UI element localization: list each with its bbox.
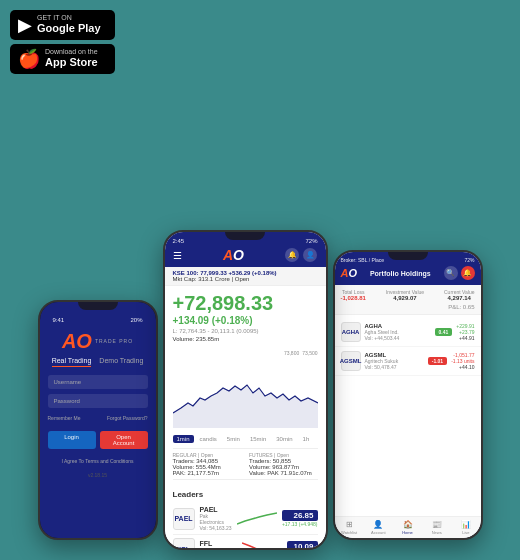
ao-text: A [62,330,76,352]
get-it-on-label: GET IT ON [37,14,101,21]
tab-15min[interactable]: 15min [246,435,270,443]
right-status-battery: 72% [464,257,474,263]
total-loss-stat: Total Loss -1,028.81 [341,289,366,301]
tab-candis[interactable]: candis [196,435,221,443]
agsml-logo: AGSML [341,351,361,371]
right-header-icons: 🔍 🔔 [444,266,475,280]
tab-real-trading[interactable]: Real Trading [52,357,92,367]
right-nav-bar: AO Portfolio Holdings 🔍 🔔 [341,266,475,280]
tab-30min[interactable]: 30min [272,435,296,443]
right-nav-news[interactable]: 📰 News [422,520,451,535]
phones-container: 9:41 20% AO TRADE PRO Real Trading Demo … [10,230,510,560]
futures-info: REGULAR | Open Traders: 344,085 Volume: … [173,448,318,480]
right-nav-live[interactable]: 📊 Live [451,520,480,535]
agha-qty: +44.91 [456,335,474,341]
username-field[interactable]: Username [48,375,148,389]
remember-me-label[interactable]: Remember Me [48,415,81,421]
right-phone-screen: Broker: SBL / Place 72% AO Portfolio Hol… [335,252,481,538]
tab-1min[interactable]: 1min [173,435,194,443]
ffl-price[interactable]: 10.09 -6.20 (-2.940) [287,541,317,549]
price-section: +72,898.33 +134.09 (+0.18%) L: 72,764.35… [165,286,326,346]
total-loss-value: -1,028.81 [341,295,366,301]
portfolio-stats: Total Loss -1,028.81 Investment Value 4,… [341,289,475,301]
price-low-info: L: 72,764.35 - 20,113.1 (0.0095) [173,328,318,334]
right-search-icon[interactable]: 🔍 [444,266,458,280]
price-chart [173,358,318,428]
trade-pro-label: TRADE PRO [95,338,133,344]
status-battery-left: 20% [130,317,142,323]
leaders-title: Leaders [173,490,318,499]
right-account-icon: 👤 [373,520,383,529]
status-bar-left: 9:41 20% [48,317,148,323]
right-account-label: Account [371,530,385,535]
chart-time-tabs: 1min candis 5min 15min 30min 1h [173,432,318,446]
google-play-badge[interactable]: ▶ GET IT ON Google Play [10,10,115,40]
right-bottom-nav: ⊞ Watchlist 👤 Account 🏠 Home 📰 News 📊 [335,516,481,538]
agsml-qty: +44.10 [451,364,474,370]
futures-col: FUTURES | Open Traders: 50,855 Volume: 9… [249,452,318,476]
agha-vol: Vol: +44,503.44 [365,335,431,341]
app-store-text: Download on the App Store [45,48,98,69]
notification-icon[interactable]: 🔔 [285,248,299,262]
agha-info: AGHA Agha Steel Ind. Vol: +44,503.44 [365,323,431,341]
logo-area-left: AO TRADE PRO [62,331,133,351]
pael-sub: Pak Electronics [200,513,232,525]
right-nav-home[interactable]: 🏠 Home [393,520,422,535]
right-nav-account[interactable]: 👤 Account [364,520,393,535]
price-value: +72,898.33 [173,292,274,314]
pael-chart [237,509,277,529]
right-news-icon: 📰 [432,520,442,529]
trade-tabs: Real Trading Demo Trading [52,357,144,367]
right-live-icon: 📊 [461,520,471,529]
ao-logo-left: AO [62,331,92,351]
o-text: O [76,330,92,352]
right-live-label: Live [462,530,469,535]
pael-change: +17.13 (+4.948) [282,521,318,527]
tab-demo-trading[interactable]: Demo Trading [99,357,143,367]
app-store-label: App Store [45,55,98,69]
download-on-label: Download on the [45,48,98,55]
right-notif-icon[interactable]: 🔔 [461,266,475,280]
watchlist-icon: ⊞ [346,520,353,529]
ffl-info: FFL Faisal Foods Ltd Vol: 27,479.45 [200,540,238,549]
watchlist-label: Watchlist [341,530,357,535]
center-status-time: 2:45 [173,238,185,244]
app-store-badge[interactable]: 🍎 Download on the App Store [10,44,115,74]
password-field[interactable]: Password [48,394,148,408]
portfolio-item-agsml[interactable]: AGSML AGSML Agritech Sukuk Vol: 50,478.4… [335,347,481,376]
regular-pak: PAK: 21,177.57m [173,470,242,476]
current-value: 4,297.14 [444,295,474,301]
pael-price[interactable]: 26.85 +17.13 (+4.948) [282,510,318,527]
login-button[interactable]: Login [48,431,96,449]
agha-values: +229.91 +23.79 +44.91 [456,323,474,341]
portfolio-item-agha[interactable]: AGHA AGHA Agha Steel Ind. Vol: +44,503.4… [335,318,481,347]
terms-checkbox[interactable]: I Agree To Terms and Conditions [48,458,148,464]
phone-center: 2:45 72% ☰ AO 🔔 👤 KSE 100: 77,999.33 +53… [163,230,328,550]
forgot-password-link[interactable]: Forgot Password? [107,415,148,421]
right-news-label: News [432,530,442,535]
tab-5min[interactable]: 5min [223,435,244,443]
hamburger-icon[interactable]: ☰ [173,250,182,261]
user-icon[interactable]: 👤 [303,248,317,262]
trade-pro-area: TRADE PRO [95,338,133,344]
ffl-sub: Faisal Foods Ltd [200,547,238,549]
right-home-icon: 🏠 [403,520,413,529]
open-account-button[interactable]: Open Account [100,431,148,449]
google-play-icon: ▶ [18,14,32,36]
phone-notch-left [78,302,118,310]
tab-1h[interactable]: 1h [299,435,314,443]
investment-value: 4,929.07 [386,295,424,301]
phone-left: 9:41 20% AO TRADE PRO Real Trading Demo … [38,300,158,540]
portfolio-list: AGHA AGHA Agha Steel Ind. Vol: +44,503.4… [335,315,481,516]
agsml-vol: Vol: 50,478.47 [365,364,424,370]
ffl-name: FFL [200,540,238,547]
center-status-battery: 72% [305,238,317,244]
center-nav: ☰ AO 🔔 👤 [173,247,318,263]
phone-notch-center [225,232,265,240]
chart-area: 73,800 73,500 1min candis 5min 15min 30m… [165,346,326,486]
agsml-values: -1,051.77 -1.13 units +44.10 [451,352,474,370]
right-nav-watchlist[interactable]: ⊞ Watchlist [335,520,364,535]
pael-info: PAEL Pak Electronics Vol: 54,163.23 [200,506,232,531]
main-price-display: +72,898.33 [173,292,318,315]
right-status-broker: Broker: SBL / Place [341,257,384,263]
